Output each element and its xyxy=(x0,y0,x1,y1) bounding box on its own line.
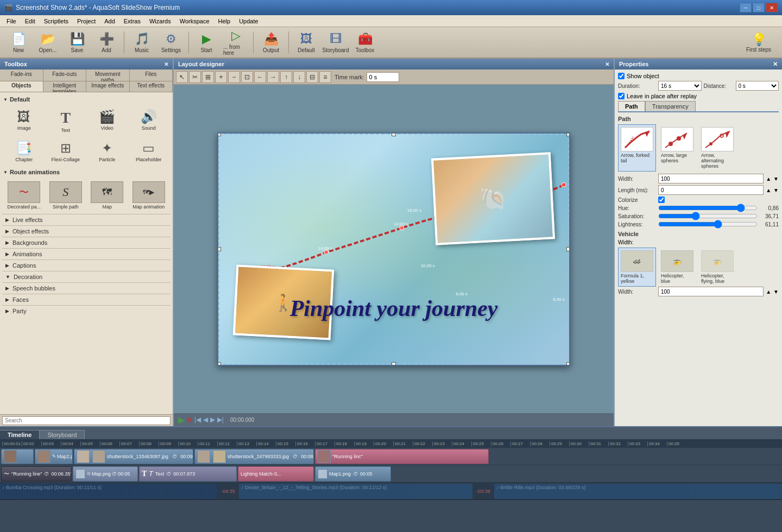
lt-zoom-out-btn[interactable]: − xyxy=(228,71,240,83)
minimize-button[interactable]: ─ xyxy=(740,3,752,12)
track2-clip-2[interactable]: ⊙ Map.png ⏱ 00:05 xyxy=(73,466,138,482)
coll-animations[interactable]: ▶ Animations xyxy=(2,248,171,259)
path-type-arrow-alternating[interactable]: Arrow, alternating spheres xyxy=(698,124,736,172)
coll-party[interactable]: ▶ Party xyxy=(2,305,171,316)
track2-clip-4[interactable]: Lighting Match-S... xyxy=(238,466,314,482)
tab-movement-paths[interactable]: Movement paths xyxy=(86,69,130,81)
tab-files[interactable]: Files xyxy=(130,69,173,81)
handle-tr[interactable] xyxy=(566,132,570,136)
lt-dn-btn[interactable]: ↓ xyxy=(293,71,305,83)
track-clip-3[interactable]: shutterstock_133463087.jpg ⏱ 00:09 xyxy=(74,449,193,464)
width-spinner-up[interactable]: ▲ xyxy=(766,176,771,182)
show-object-checkbox[interactable] xyxy=(618,73,625,79)
audio-wave-2[interactable]: ♪ Dexter_Britain_-_12_-_Telling_Stories.… xyxy=(239,484,472,499)
distance-select[interactable]: 0 s xyxy=(736,81,779,91)
path-type-arrow-forked[interactable]: Arrow, forked tail xyxy=(618,124,656,172)
search-input[interactable] xyxy=(2,416,171,425)
lt-distribute-btn[interactable]: ≡ xyxy=(319,71,331,83)
menu-file[interactable]: File xyxy=(2,17,21,26)
track2-clip-5[interactable]: Map1.png ⏱ 00:05 xyxy=(315,466,391,482)
hue-slider[interactable] xyxy=(658,205,758,211)
audio-wave-1[interactable]: ♪ Bumba Crossing.mp3 (Duration: 00:11/11… xyxy=(0,484,217,499)
close-button[interactable]: ✕ xyxy=(766,3,778,12)
handle-tl[interactable] xyxy=(217,132,221,136)
coll-backgrounds[interactable]: ▶ Backgrounds xyxy=(2,237,171,248)
track-clip-5[interactable]: "Running linc" xyxy=(315,449,489,464)
menu-help[interactable]: Help xyxy=(214,17,235,26)
coll-decoration[interactable]: ▼ Decoration xyxy=(2,271,171,282)
length-input[interactable] xyxy=(658,185,764,195)
track-clip-4[interactable]: shutterstock_247993333.jpg ⏱ 00:08 xyxy=(194,449,314,464)
coll-object-effects[interactable]: ▶ Object effects xyxy=(2,225,171,237)
menu-workspace[interactable]: Workspace xyxy=(175,17,214,26)
menu-wizards[interactable]: Wizards xyxy=(145,17,175,26)
obj-map[interactable]: 🗺 Map xyxy=(87,179,127,212)
tab-fade-outs[interactable]: Fade-outs xyxy=(43,69,87,81)
step-back-button[interactable]: ◀ xyxy=(203,416,208,423)
tl-tab-storyboard[interactable]: Storyboard xyxy=(40,430,85,439)
menu-project[interactable]: Project xyxy=(73,17,100,26)
layout-close-button[interactable]: ✕ xyxy=(605,61,609,67)
width-spinner-down[interactable]: ▼ xyxy=(773,176,779,182)
vehicle-formula1-yellow[interactable]: 🏎 Formula 1, yellow xyxy=(618,248,656,287)
save-button[interactable]: 💾 Save xyxy=(63,29,91,56)
coll-captions[interactable]: ▶ Captions xyxy=(2,259,171,271)
audio-wave-3[interactable]: ♪ Brittle Rille.mp3 (Duration: 03:49/229… xyxy=(494,484,782,499)
from-here-button[interactable]: ▷ ... from here xyxy=(222,29,250,56)
open-button[interactable]: 📂 Open... xyxy=(34,29,62,56)
section-route-animations[interactable]: ▼ Route animations xyxy=(2,167,171,177)
path-type-arrow-large[interactable]: Arrow, large spheres xyxy=(658,124,696,172)
subtab-text-effects[interactable]: Text effects xyxy=(130,81,173,92)
coll-faces[interactable]: ▶ Faces xyxy=(2,294,171,305)
new-button[interactable]: 📄 New xyxy=(4,29,33,56)
toolbox-button[interactable]: 🧰 Toolbox xyxy=(351,29,379,56)
menu-update[interactable]: Update xyxy=(235,17,262,26)
next-frame-button[interactable]: ▶| xyxy=(217,416,224,423)
lt-up-btn[interactable]: ↑ xyxy=(280,71,292,83)
obj-map-animation[interactable]: 🗺▶ Map animation xyxy=(129,179,169,212)
canvas-area[interactable]: 0,00 s 14,00 s 12,00 s 10,00 s 8,00 s 6,… xyxy=(174,85,614,413)
tl-tab-timeline[interactable]: Timeline xyxy=(0,430,40,439)
lt-grid-btn[interactable]: ⊞ xyxy=(202,71,214,83)
prop-tab-path[interactable]: Path xyxy=(618,101,645,111)
lt-select-btn[interactable]: ↖ xyxy=(176,71,188,83)
lt-zoom-in-btn[interactable]: + xyxy=(215,71,227,83)
stop-button[interactable]: ■ xyxy=(187,415,192,425)
vehicle-width-input[interactable] xyxy=(658,287,764,296)
obj-video[interactable]: 🎬 Video xyxy=(87,106,127,136)
track-clip-2[interactable]: ✎ Map2.png ⏱ 00:35 xyxy=(35,449,73,464)
lt-back-btn[interactable]: ← xyxy=(254,71,266,83)
handle-tm[interactable] xyxy=(392,132,396,136)
coll-speech-bubbles[interactable]: ▶ Speech bubbles xyxy=(2,282,171,294)
subtab-intelligent-templates[interactable]: Intelligent templates xyxy=(43,81,87,92)
vehicle-helicopter-flying-blue[interactable]: 🚁 Helicopter, flying, blue xyxy=(698,248,736,287)
handle-bl[interactable] xyxy=(217,362,221,366)
obj-image[interactable]: 🖼 Image xyxy=(4,106,44,136)
track2-clip-3[interactable]: T T Text ⏱ 00:07.873 xyxy=(139,466,237,482)
start-button[interactable]: ▶ Start xyxy=(192,29,220,56)
length-spinner-down[interactable]: ▼ xyxy=(773,187,779,193)
saturation-slider[interactable] xyxy=(658,213,758,219)
handle-br[interactable] xyxy=(566,362,570,366)
lt-fwd-btn[interactable]: → xyxy=(267,71,279,83)
step-fwd-button[interactable]: ▶ xyxy=(210,416,215,423)
handle-ml[interactable] xyxy=(217,247,221,251)
lt-crop-btn[interactable]: ✂ xyxy=(189,71,201,83)
time-mark-input[interactable] xyxy=(367,72,399,82)
menu-add[interactable]: Add xyxy=(100,17,119,26)
play-button[interactable]: ▶ xyxy=(178,415,185,425)
music-button[interactable]: 🎵 Music xyxy=(128,29,156,56)
menu-edit[interactable]: Edit xyxy=(21,17,40,26)
obj-text[interactable]: T Text xyxy=(46,106,86,136)
handle-bm[interactable] xyxy=(392,362,396,366)
obj-placeholder[interactable]: ▭ Placeholder xyxy=(129,138,169,165)
maximize-button[interactable]: □ xyxy=(753,3,765,12)
lt-fit-btn[interactable]: ⊡ xyxy=(241,71,253,83)
length-spinner-up[interactable]: ▲ xyxy=(766,187,771,193)
track2-clip-1[interactable]: 〜 "Running line" ⏱ 00:06.357 xyxy=(1,466,72,482)
slide-canvas[interactable]: 0,00 s 14,00 s 12,00 s 10,00 s 8,00 s 6,… xyxy=(217,132,570,366)
track-clip-1[interactable] xyxy=(1,449,34,464)
menu-scriptlets[interactable]: Scriptlets xyxy=(40,17,73,26)
lt-align-btn[interactable]: ⊟ xyxy=(306,71,318,83)
tab-fade-ins[interactable]: Fade-ins xyxy=(0,69,43,81)
